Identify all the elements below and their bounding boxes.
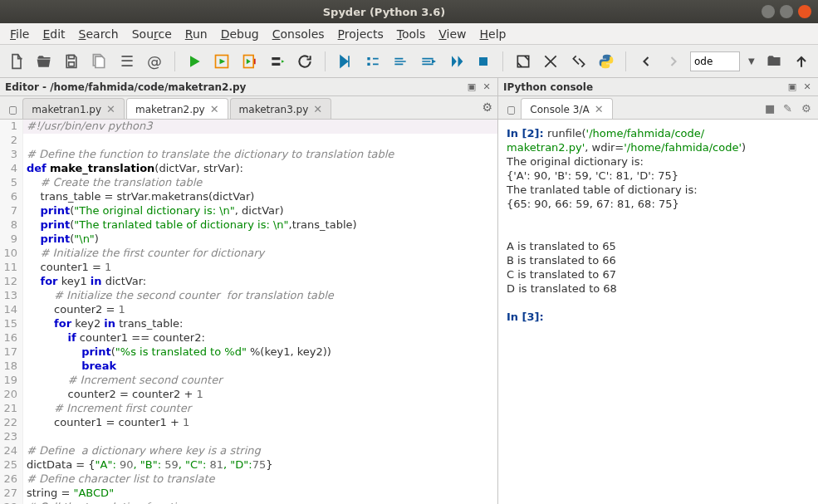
code-line[interactable]: 13 # Initialize the second counter for t… xyxy=(0,289,497,303)
console-clear-icon[interactable]: ✎ xyxy=(783,102,795,114)
dropdown-icon[interactable]: ▼ xyxy=(745,50,758,73)
menu-source[interactable]: Source xyxy=(127,26,177,42)
code-line[interactable]: 27string = "ABCD" xyxy=(0,487,497,501)
pane-close-icon[interactable]: ✕ xyxy=(481,81,492,93)
parent-dir-icon[interactable] xyxy=(791,50,813,73)
browse-folder-icon[interactable] xyxy=(763,50,786,73)
tab-label: maketran2.py xyxy=(135,104,205,115)
code-line[interactable]: 15 for key2 in trans_table: xyxy=(0,317,497,331)
maximize-pane-icon[interactable] xyxy=(512,50,534,73)
menu-run[interactable]: Run xyxy=(180,26,213,42)
debug-continue-icon[interactable] xyxy=(444,50,467,73)
code-line[interactable]: 3# Define the function to translate the … xyxy=(0,148,497,162)
pane-detach-icon[interactable]: ▣ xyxy=(466,81,478,93)
list-icon[interactable]: ☰ xyxy=(115,50,138,73)
console-tab-close-icon[interactable]: ✕ xyxy=(595,103,604,115)
run-cell-icon[interactable] xyxy=(211,50,233,73)
editor-tab[interactable]: maketran3.py✕ xyxy=(230,98,332,119)
forward-icon[interactable] xyxy=(663,50,685,73)
console-output[interactable]: In [2]: runfile('/home/fahmida/code/make… xyxy=(498,120,818,504)
menu-debug[interactable]: Debug xyxy=(216,26,264,42)
console-close-icon[interactable]: ✕ xyxy=(801,81,813,93)
svg-rect-4 xyxy=(367,57,370,60)
code-line[interactable]: 28# Call the translation function xyxy=(0,501,497,504)
open-file-icon[interactable] xyxy=(32,50,55,73)
code-line[interactable]: 14 counter2 = 1 xyxy=(0,303,497,317)
code-line[interactable]: 9 print("\n") xyxy=(0,232,497,247)
console-tab-label: Console 3/A xyxy=(530,104,589,115)
preferences-icon[interactable] xyxy=(567,50,590,73)
debug-step-icon[interactable] xyxy=(361,50,384,73)
code-line[interactable]: 16 if counter1 == counter2: xyxy=(0,331,497,345)
save-icon[interactable] xyxy=(61,50,83,73)
editor-tab[interactable]: maketran2.py✕ xyxy=(126,98,228,119)
run-icon[interactable] xyxy=(184,50,206,73)
fullscreen-icon[interactable] xyxy=(540,50,562,73)
tab-close-icon[interactable]: ✕ xyxy=(210,103,219,115)
console-tab-row: ▢ Console 3/A ✕ ■ ✎ ⚙ xyxy=(498,96,818,120)
maximize-button[interactable] xyxy=(780,5,793,18)
code-line[interactable]: 6 trans_table = strVar.maketrans(dictVar… xyxy=(0,190,497,204)
editor-title: Editor - /home/fahmida/code/maketran2.py xyxy=(5,81,246,93)
code-line[interactable]: 23 xyxy=(0,430,497,444)
menu-file[interactable]: File xyxy=(5,26,34,42)
at-icon[interactable]: @ xyxy=(143,50,165,73)
menu-help[interactable]: Help xyxy=(475,26,512,42)
tab-close-icon[interactable]: ✕ xyxy=(313,103,322,115)
code-line[interactable]: 19 # Increment second counter xyxy=(0,374,497,388)
code-line[interactable]: 11 counter1 = 1 xyxy=(0,261,497,275)
code-line[interactable]: 4def make_translation(dictVar, strVar): xyxy=(0,162,497,176)
console-new-tab-icon[interactable]: ▢ xyxy=(502,100,521,119)
menu-edit[interactable]: Edit xyxy=(37,26,70,42)
console-gear-icon[interactable]: ⚙ xyxy=(801,102,813,114)
window-title: Spyder (Python 3.6) xyxy=(7,6,762,18)
code-line[interactable]: 1#!/usr/bin/env python3 xyxy=(0,120,497,134)
console-detach-icon[interactable]: ▣ xyxy=(786,81,798,93)
new-file-icon[interactable] xyxy=(5,50,27,73)
console-stop-icon[interactable]: ■ xyxy=(765,102,776,114)
console-tab[interactable]: Console 3/A ✕ xyxy=(521,98,612,119)
debug-run-icon[interactable] xyxy=(334,50,356,73)
menu-tools[interactable]: Tools xyxy=(392,26,431,42)
working-dir-input[interactable] xyxy=(690,51,740,71)
menu-search[interactable]: Search xyxy=(74,26,124,42)
python-icon[interactable] xyxy=(595,50,617,73)
code-line[interactable]: 26# Define character list to translate xyxy=(0,472,497,487)
new-tab-icon[interactable]: ▢ xyxy=(3,100,22,119)
code-line[interactable]: 12 for key1 in dictVar: xyxy=(0,275,497,289)
menu-view[interactable]: View xyxy=(433,26,471,42)
code-line[interactable]: 10 # Initialize the first counter for di… xyxy=(0,247,497,261)
code-line[interactable]: 21 # Increment first counter xyxy=(0,402,497,416)
editor-tab-row: ▢ maketran1.py✕maketran2.py✕maketran3.py… xyxy=(0,96,497,120)
editor-tabs-gear-icon[interactable]: ⚙ xyxy=(482,100,492,114)
code-line[interactable]: 24# Define a dictionary where key is a s… xyxy=(0,444,497,458)
editor-tab[interactable]: maketran1.py✕ xyxy=(22,98,125,119)
menu-projects[interactable]: Projects xyxy=(333,26,389,42)
code-line[interactable]: 20 counter2 = counter2 + 1 xyxy=(0,388,497,402)
rerun-icon[interactable] xyxy=(294,50,316,73)
minimize-button[interactable] xyxy=(762,5,775,18)
menu-consoles[interactable]: Consoles xyxy=(267,26,330,42)
code-line[interactable]: 17 print("%s is translated to %d" %(key1… xyxy=(0,345,497,360)
editor-pane-header: Editor - /home/fahmida/code/maketran2.py… xyxy=(0,78,497,96)
console-title: IPython console xyxy=(503,81,593,93)
code-line[interactable]: 18 break xyxy=(0,360,497,374)
window-controls xyxy=(762,5,811,18)
tab-close-icon[interactable]: ✕ xyxy=(106,103,115,115)
code-line[interactable]: 5 # Create the translation table xyxy=(0,176,497,190)
code-line[interactable]: 25dictData = {"A": 90, "B": 59, "C": 81,… xyxy=(0,458,497,472)
debug-stop-icon[interactable] xyxy=(472,50,494,73)
run-selection-icon[interactable] xyxy=(266,50,288,73)
run-cell-advance-icon[interactable] xyxy=(238,50,261,73)
code-line[interactable]: 2 xyxy=(0,134,497,148)
code-line[interactable]: 7 print("The original dictionary is: \n"… xyxy=(0,204,497,218)
save-all-icon[interactable] xyxy=(88,50,110,73)
code-editor[interactable]: 1#!/usr/bin/env python323# Define the fu… xyxy=(0,120,497,504)
back-icon[interactable] xyxy=(634,50,657,73)
console-pane-header: IPython console ▣ ✕ xyxy=(498,78,818,96)
code-line[interactable]: 8 print("The tranlated table of dictiona… xyxy=(0,218,497,232)
debug-stepin-icon[interactable] xyxy=(417,50,439,73)
code-line[interactable]: 22 counter1 = counter1 + 1 xyxy=(0,416,497,430)
debug-stepover-icon[interactable] xyxy=(389,50,411,73)
close-button[interactable] xyxy=(798,5,811,18)
